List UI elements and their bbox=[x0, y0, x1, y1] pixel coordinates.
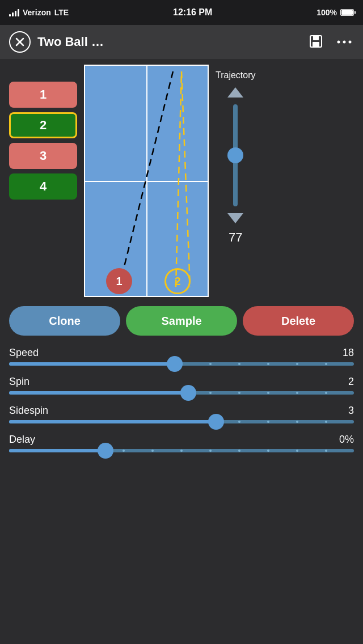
spin-value: 2 bbox=[348, 376, 354, 388]
top-nav: Two Ball … bbox=[0, 25, 363, 59]
arrow-down-icon bbox=[227, 213, 243, 223]
speed-value: 18 bbox=[343, 347, 354, 359]
carrier-label: Verizon bbox=[23, 8, 51, 17]
ball-marker-1: 1 bbox=[106, 268, 132, 294]
ball-item-4[interactable]: 4 bbox=[9, 173, 77, 200]
svg-line-10 bbox=[182, 71, 190, 287]
arrow-up-icon bbox=[227, 87, 243, 98]
speed-slider-thumb-wrap bbox=[167, 356, 183, 372]
trajectory-label: Trajectory bbox=[216, 70, 256, 80]
trajectory-down-button[interactable] bbox=[225, 211, 246, 226]
more-button[interactable] bbox=[335, 36, 354, 49]
ball-item-3[interactable]: 3 bbox=[9, 143, 77, 169]
speed-slider-row: Speed 18 bbox=[9, 347, 354, 366]
court[interactable]: 1 2 bbox=[84, 65, 209, 297]
clone-button[interactable]: Clone bbox=[9, 306, 120, 336]
ball-item-2[interactable]: 2 bbox=[9, 112, 77, 138]
sidespin-slider-track[interactable] bbox=[9, 420, 354, 423]
delay-slider-row: Delay 0% bbox=[9, 434, 354, 452]
delay-slider-header: Delay 0% bbox=[9, 434, 354, 446]
delay-value: 0% bbox=[339, 434, 354, 446]
battery-icon bbox=[340, 9, 354, 16]
spin-label: Spin bbox=[9, 376, 29, 388]
status-bar: Verizon LTE 12:16 PM 100% bbox=[0, 0, 363, 25]
battery-pct: 100% bbox=[316, 8, 337, 17]
signal-bars bbox=[9, 9, 19, 16]
save-button[interactable] bbox=[306, 32, 326, 53]
spin-slider-fill bbox=[9, 391, 188, 395]
sidespin-value: 3 bbox=[348, 405, 354, 417]
time-label: 12:16 PM bbox=[173, 7, 212, 18]
sample-button[interactable]: Sample bbox=[126, 306, 237, 336]
delete-button[interactable]: Delete bbox=[243, 306, 354, 336]
delay-slider-thumb[interactable] bbox=[98, 443, 113, 459]
ball-list: 1 2 3 4 bbox=[9, 82, 77, 200]
trajectory-lines bbox=[85, 66, 208, 296]
sidespin-label: Sidespin bbox=[9, 405, 48, 417]
speed-slider-fill bbox=[9, 362, 175, 366]
spin-slider-thumb-wrap bbox=[180, 385, 196, 401]
sidespin-slider-fill bbox=[9, 420, 216, 423]
close-button[interactable] bbox=[9, 31, 31, 53]
sidespin-slider-row: Sidespin 3 bbox=[9, 405, 354, 423]
svg-point-5 bbox=[337, 40, 340, 43]
speed-label: Speed bbox=[9, 347, 39, 359]
spin-slider-track[interactable] bbox=[9, 391, 354, 395]
delay-label: Delay bbox=[9, 434, 35, 446]
svg-point-7 bbox=[349, 40, 352, 43]
status-right: 100% bbox=[316, 8, 354, 17]
speed-slider-track[interactable] bbox=[9, 362, 354, 366]
court-container: 1 2 bbox=[84, 65, 209, 297]
trajectory-value: 77 bbox=[229, 230, 242, 245]
sidespin-slider-thumb-wrap bbox=[208, 414, 224, 430]
court-section: 1 2 3 4 1 bbox=[9, 65, 354, 297]
status-left: Verizon LTE bbox=[9, 8, 69, 17]
sliders-section: Speed 18 Spin 2 bbox=[9, 347, 354, 452]
trajectory-panel: Trajectory 77 bbox=[216, 65, 256, 245]
delay-slider-fill bbox=[9, 449, 105, 452]
battery-fill bbox=[341, 10, 353, 15]
speed-slider-thumb[interactable] bbox=[167, 356, 183, 372]
trajectory-slider-thumb[interactable] bbox=[227, 147, 243, 163]
trajectory-slider-track[interactable] bbox=[233, 104, 238, 206]
ball-item-1[interactable]: 1 bbox=[9, 82, 77, 108]
svg-point-6 bbox=[343, 40, 346, 43]
nav-icons bbox=[306, 32, 354, 53]
main-content: 1 2 3 4 1 bbox=[0, 59, 363, 468]
sidespin-slider-thumb[interactable] bbox=[208, 414, 224, 430]
page-title: Two Ball … bbox=[37, 35, 299, 49]
ball-marker-2: 2 bbox=[164, 268, 191, 294]
svg-line-8 bbox=[119, 71, 173, 287]
svg-line-9 bbox=[176, 71, 182, 287]
action-buttons: Clone Sample Delete bbox=[9, 306, 354, 336]
sidespin-slider-header: Sidespin 3 bbox=[9, 405, 354, 417]
delay-slider-track[interactable] bbox=[9, 449, 354, 452]
svg-rect-3 bbox=[313, 36, 319, 40]
spin-slider-thumb[interactable] bbox=[180, 385, 196, 401]
svg-rect-4 bbox=[313, 42, 319, 46]
delay-slider-thumb-wrap bbox=[98, 443, 113, 459]
trajectory-up-button[interactable] bbox=[225, 85, 246, 100]
spin-slider-row: Spin 2 bbox=[9, 376, 354, 395]
network-label: LTE bbox=[54, 8, 69, 17]
